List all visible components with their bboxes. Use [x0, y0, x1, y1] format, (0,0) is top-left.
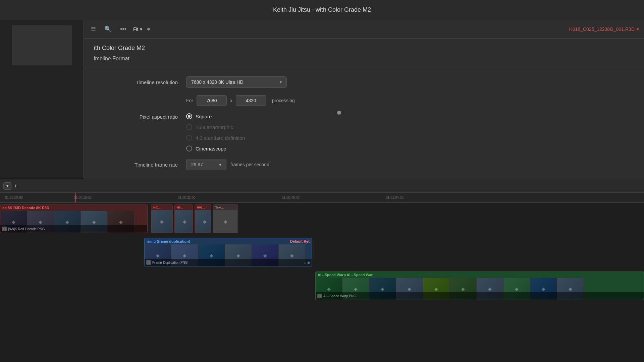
aspect-ratio-group: Square 16:9 anamorphic 4:3 standard defi…	[186, 113, 245, 152]
clip-h0-thumb	[175, 210, 193, 233]
track-2: rning (frame duplication) Default Ret ⬡ …	[0, 236, 644, 268]
resolution-dropdown-arrow-icon: ▾	[280, 80, 282, 84]
ruler-mark-2: 01:00:32:00	[178, 196, 196, 199]
aspect-16-9-radio[interactable]	[186, 124, 192, 130]
track-1: de 8K R3D Decode 8K R3D ⬡ [8-8]K Red Dec…	[0, 203, 644, 235]
framerate-row: Timeline frame rate 29.97 ▾ frames per s…	[104, 159, 624, 170]
clip-h01b-title: H01...	[195, 205, 211, 210]
framerate-dropdown[interactable]: 29.97 ▾	[186, 159, 226, 170]
add-track-button[interactable]: +	[14, 183, 17, 189]
thumbnail-area	[12, 25, 72, 65]
clip-text-thumb	[213, 210, 238, 233]
timeline-tracks: de 8K R3D Decode 8K R3D ⬡ [8-8]K Red Dec…	[0, 203, 644, 362]
pixel-aspect-row: Pixel aspect ratio Square 16:9 anamorphi…	[104, 113, 624, 152]
clip-name-arrow-icon: ▾	[637, 26, 639, 32]
clip-h01-thumb	[151, 210, 172, 233]
clip-r3d-label-row: ⬡ [8-8]K Red Decode.PNG	[0, 225, 147, 233]
clip-h01b-thumbs	[195, 210, 211, 233]
clip-fd-filename: Frame Duplication.PNG	[152, 261, 188, 264]
clip-h01[interactable]: H01...	[151, 204, 173, 233]
timeline-dropdown-btn[interactable]: ▾	[3, 182, 11, 190]
clip-h01b[interactable]: H01...	[195, 204, 211, 233]
framerate-label: Timeline frame rate	[104, 162, 178, 168]
clip-frame-dup-header-row: rning (frame duplication) Default Ret	[145, 238, 312, 244]
height-input[interactable]	[236, 95, 266, 106]
clip-h01-title: H01...	[151, 205, 172, 210]
more-icon[interactable]: •••	[118, 24, 128, 35]
aspect-4-3-label: 4:3 standard definition	[196, 135, 245, 141]
settings-panel: ith Color Grade M2 imeline Format Timeli…	[84, 39, 644, 179]
aspect-square-label: Square	[196, 114, 212, 119]
framerate-arrow-icon: ▾	[219, 162, 221, 167]
clip-ai-label-row: ⬡ AI - Speed Warp.PNG	[316, 292, 644, 300]
clip-r3d-title: de 8K R3D Decode 8K R3D	[0, 205, 147, 211]
aspect-cinemascope-radio[interactable]	[186, 145, 192, 152]
ruler-mark-1: 01:00:16:00	[74, 196, 92, 199]
clip-text-thumbs	[213, 210, 238, 233]
settings-content: Timeline resolution 7680 x 4320 8K Ultra…	[84, 68, 644, 186]
left-panel	[0, 20, 84, 178]
clip-r3d-icon: ⬡	[2, 227, 7, 231]
x-separator: x	[230, 98, 232, 103]
panel-title: ith Color Grade M2	[84, 39, 644, 56]
aspect-square-radio[interactable]	[186, 113, 192, 119]
fit-dropdown[interactable]: Fit ▾	[133, 26, 143, 32]
clip-h0[interactable]: H0...	[174, 204, 193, 233]
playhead	[75, 193, 76, 202]
framerate-value: 29.97	[191, 162, 203, 167]
processing-label: processing	[272, 98, 295, 103]
menu-icon[interactable]: ☰	[89, 24, 98, 35]
aspect-cinemascope-label: Cinemascope	[196, 146, 226, 152]
window-title: Keith Jiu Jitsu - with Color Grade M2	[273, 6, 371, 13]
clip-ai-filename: AI - Speed Warp.PNG	[323, 294, 356, 298]
timeline-area: ▾ + 01:00:00:00 01:00:16:00 01:00:32:00 …	[0, 179, 644, 362]
resolution-value: 7680 x 4320 8K Ultra HD	[191, 79, 244, 85]
panel-subtitle: imeline Format	[84, 56, 644, 68]
title-bar: Keith Jiu Jitsu - with Color Grade M2	[0, 0, 644, 20]
ruler-mark-4: 01:01:04:00	[386, 196, 404, 199]
clip-h01-thumbs	[151, 210, 172, 233]
clip-h01b-thumb	[195, 210, 211, 233]
track-3: AI - Speed Warp AI - Speed War ⬡ AI - Sp…	[0, 270, 644, 302]
clip-name-text: H016_C025_12238G_001.R3D	[569, 26, 635, 32]
aspect-square-option[interactable]: Square	[186, 113, 245, 119]
clip-ai-title: AI - Speed Warp AI - Speed War	[316, 272, 644, 278]
resolution-label: Timeline resolution	[104, 79, 178, 85]
clip-ai-icon: ⬡	[317, 294, 322, 298]
pixel-aspect-label: Pixel aspect ratio	[104, 113, 178, 120]
clip-r3d-filename: [8-8]K Red Decode.PNG	[8, 227, 45, 231]
aspect-16-9-label: 16:9 anamorphic	[196, 124, 233, 130]
clip-text[interactable]: Text...	[213, 204, 238, 233]
clip-frame-dup-title: rning (frame duplication)	[145, 238, 192, 244]
toolbar: ☰ 🔍 ••• Fit ▾ H016_C025_12238G_001.R3D ▾	[84, 20, 644, 39]
for-label: For	[186, 98, 193, 103]
clip-frame-dup-title2: Default Ret	[288, 238, 312, 244]
fps-label: frames per second	[230, 162, 269, 167]
aspect-cinemascope-option[interactable]: Cinemascope	[186, 145, 245, 152]
width-input[interactable]	[197, 95, 227, 106]
ruler-mark-3: 01:00:48:00	[282, 196, 300, 199]
resolution-dropdown[interactable]: 7680 x 4320 8K Ultra HD ▾	[186, 76, 287, 88]
clip-text-title: Text...	[213, 205, 238, 210]
timeline-toolbar: ▾ +	[0, 179, 644, 193]
clip-name-dropdown[interactable]: H016_C025_12238G_001.R3D ▾	[569, 26, 639, 32]
resolution-row: Timeline resolution 7680 x 4320 8K Ultra…	[104, 76, 624, 88]
clip-fd-ctrl-2[interactable]: ⊕	[307, 261, 310, 264]
clip-fd-ctrl-1[interactable]: ⬦	[304, 261, 306, 264]
fit-arrow-icon: ▾	[140, 26, 142, 32]
indicator-dot	[147, 28, 150, 31]
clip-fd-label-row: ⬡ Frame Duplication.PNG ⬦ ⊕	[145, 259, 312, 266]
fit-label: Fit	[133, 26, 139, 32]
clip-fd-controls: ⬦ ⊕	[304, 261, 310, 264]
ruler-mark-0: 01:00:00:00	[5, 196, 23, 199]
clip-frame-dup[interactable]: rning (frame duplication) Default Ret ⬡ …	[144, 238, 312, 266]
aspect-4-3-option[interactable]: 4:3 standard definition	[186, 135, 245, 141]
processing-row: For x processing	[186, 95, 624, 106]
search-icon[interactable]: 🔍	[103, 24, 113, 35]
aspect-16-9-option[interactable]: 16:9 anamorphic	[186, 124, 245, 130]
aspect-4-3-radio[interactable]	[186, 135, 192, 141]
clip-h0-title: H0...	[175, 205, 193, 210]
clip-ai-speed[interactable]: AI - Speed Warp AI - Speed War ⬡ AI - Sp…	[315, 272, 644, 300]
timeline-ruler: 01:00:00:00 01:00:16:00 01:00:32:00 01:0…	[0, 193, 644, 203]
clip-r3d-decode[interactable]: de 8K R3D Decode 8K R3D ⬡ [8-8]K Red Dec…	[0, 204, 148, 233]
